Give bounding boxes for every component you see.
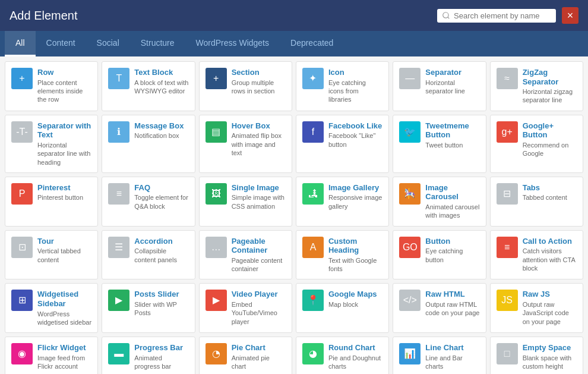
- row-desc: Place content elements inside the row: [37, 78, 91, 104]
- section-icon: +: [206, 68, 227, 89]
- pinterest-desc: Pinterest button: [37, 193, 91, 202]
- round-chart-icon: ◕: [302, 343, 324, 364]
- image-gallery-name: Image Gallery: [328, 183, 382, 193]
- element-card-tabs[interactable]: ⊟TabsTabbed content: [490, 177, 583, 227]
- element-card-widgetised-sidebar[interactable]: ⊞Widgetised SidebarWordPress widgetised …: [5, 283, 98, 333]
- button-name: Button: [425, 237, 479, 246]
- pageable-container-desc: Pageable content container: [232, 256, 286, 274]
- google-plus-button-name: Google+ Button: [523, 121, 577, 140]
- element-card-pie-chart[interactable]: ◔Pie ChartAnimated pie chart: [199, 337, 292, 374]
- video-player-icon: ▶: [206, 290, 227, 311]
- tweetmeme-button-icon: 🐦: [399, 121, 421, 143]
- element-card-message-box[interactable]: ℹMessage BoxNotification box: [102, 115, 195, 173]
- element-card-pageable-container[interactable]: …Pageable ContainerPageable content cont…: [199, 230, 292, 280]
- tab-social[interactable]: Social: [86, 31, 130, 56]
- element-card-line-chart[interactable]: 📊Line ChartLine and Bar charts: [393, 337, 486, 374]
- element-card-text-block[interactable]: TText BlockA block of text with WYSIWYG …: [102, 61, 195, 111]
- element-card-tweetmeme-button[interactable]: 🐦Tweetmeme ButtonTweet button: [393, 115, 486, 173]
- element-card-separator[interactable]: —SeparatorHorizontal separator line: [393, 61, 486, 111]
- separator-desc: Horizontal separator line: [425, 78, 479, 96]
- close-button[interactable]: ×: [562, 7, 578, 24]
- raw-html-icon: </>: [399, 290, 421, 311]
- hover-box-icon: ▤: [206, 121, 227, 143]
- element-card-video-player[interactable]: ▶Video PlayerEmbed YouTube/Vimeo player: [199, 283, 292, 333]
- raw-js-name: Raw JS: [523, 290, 577, 299]
- single-image-name: Single Image: [232, 183, 286, 193]
- element-card-row[interactable]: +RowPlace content elements inside the ro…: [5, 61, 98, 111]
- tab-structure[interactable]: Structure: [130, 31, 185, 56]
- image-gallery-icon: 🏞: [302, 183, 324, 205]
- facebook-like-name: Facebook Like: [328, 121, 382, 131]
- tabs-desc: Tabbed content: [523, 193, 577, 202]
- round-chart-desc: Pie and Doughnut charts: [328, 354, 382, 371]
- pageable-container-icon: …: [206, 237, 227, 258]
- custom-heading-icon: A: [302, 237, 324, 258]
- element-card-tour[interactable]: ⊡TourVertical tabbed content: [5, 230, 98, 280]
- element-card-section[interactable]: +SectionGroup multiple rows in section: [199, 61, 292, 111]
- posts-slider-desc: Slider with WP Posts: [134, 300, 188, 318]
- element-card-button[interactable]: GOButtonEye catching button: [393, 230, 486, 280]
- element-card-faq[interactable]: ≡FAQToggle element for Q&A block: [102, 177, 195, 227]
- flickr-widget-icon: ◉: [11, 343, 33, 364]
- accordion-desc: Collapsible content panels: [134, 247, 188, 264]
- single-image-icon: 🖼: [206, 183, 227, 205]
- tab-wp-widgets[interactable]: WordPress Widgets: [185, 31, 280, 56]
- tab-deprecated[interactable]: Deprecated: [280, 31, 344, 56]
- button-icon: GO: [399, 237, 421, 258]
- single-image-desc: Simple image with CSS animation: [232, 193, 286, 210]
- element-card-round-chart[interactable]: ◕Round ChartPie and Doughnut charts: [296, 337, 389, 374]
- element-card-accordion[interactable]: ☰AccordionCollapsible content panels: [102, 230, 195, 280]
- separator-name: Separator: [425, 68, 479, 77]
- google-maps-desc: Map block: [328, 300, 382, 309]
- element-card-google-maps[interactable]: 📍Google MapsMap block: [296, 283, 389, 333]
- image-carousel-name: Image Carousel: [425, 183, 479, 202]
- tweetmeme-button-desc: Tweet button: [425, 141, 479, 149]
- widgetised-sidebar-desc: WordPress widgetised sidebar: [37, 310, 91, 327]
- custom-heading-name: Custom Heading: [328, 237, 382, 255]
- line-chart-desc: Line and Bar charts: [425, 354, 479, 371]
- custom-heading-desc: Text with Google fonts: [328, 256, 382, 274]
- faq-desc: Toggle element for Q&A block: [134, 193, 188, 210]
- element-card-flickr-widget[interactable]: ◉Flickr WidgetImage feed from Flickr acc…: [5, 337, 98, 374]
- call-to-action-name: Call to Action: [523, 237, 577, 246]
- tab-content[interactable]: Content: [36, 31, 86, 56]
- element-card-single-image[interactable]: 🖼Single ImageSimple image with CSS anima…: [199, 177, 292, 227]
- element-card-hover-box[interactable]: ▤Hover BoxAnimated flip box with image a…: [199, 115, 292, 173]
- element-card-call-to-action[interactable]: ≡Call to ActionCatch visitors attention …: [490, 230, 583, 280]
- elements-grid: +RowPlace content elements inside the ro…: [0, 56, 588, 374]
- modal-title: Add Element: [10, 9, 78, 23]
- zigzag-separator-name: ZigZag Separator: [523, 68, 577, 86]
- search-input[interactable]: [454, 11, 549, 20]
- search-icon: [442, 11, 450, 20]
- pie-chart-desc: Animated pie chart: [232, 354, 286, 371]
- faq-name: FAQ: [134, 183, 188, 193]
- element-card-raw-js[interactable]: JSRaw JSOutput raw JavaScript code on yo…: [490, 283, 583, 333]
- element-card-progress-bar[interactable]: ▬Progress BarAnimated progress bar: [102, 337, 195, 374]
- google-plus-button-desc: Recommend on Google: [523, 141, 577, 158]
- separator-icon: —: [399, 68, 421, 89]
- element-card-pinterest[interactable]: PPinterestPinterest button: [5, 177, 98, 227]
- tabs-icon: ⊟: [497, 183, 518, 205]
- element-card-image-carousel[interactable]: 🎠Image CarouselAnimated carousel with im…: [393, 177, 486, 227]
- empty-space-name: Empty Space: [523, 343, 577, 353]
- pinterest-name: Pinterest: [37, 183, 91, 193]
- element-card-raw-html[interactable]: </>Raw HTMLOutput raw HTML code on your …: [393, 283, 486, 333]
- progress-bar-desc: Animated progress bar: [134, 354, 188, 371]
- element-card-separator-with-text[interactable]: -T-Separator with TextHorizontal separat…: [5, 115, 98, 173]
- google-maps-icon: 📍: [302, 290, 324, 311]
- tab-all[interactable]: All: [5, 31, 36, 56]
- element-card-facebook-like[interactable]: fFacebook LikeFacebook "Like" button: [296, 115, 389, 173]
- element-card-empty-space[interactable]: □Empty SpaceBlank space with custom heig…: [490, 337, 583, 374]
- raw-js-desc: Output raw JavaScript code on your page: [523, 300, 577, 326]
- element-card-custom-heading[interactable]: ACustom HeadingText with Google fonts: [296, 230, 389, 280]
- search-box[interactable]: [437, 9, 556, 23]
- element-card-icon[interactable]: ✦IconEye catching icons from libraries: [296, 61, 389, 111]
- header-right: ×: [437, 7, 578, 24]
- element-card-posts-slider[interactable]: ▶Posts SliderSlider with WP Posts: [102, 283, 195, 333]
- element-card-image-gallery[interactable]: 🏞Image GalleryResponsive image gallery: [296, 177, 389, 227]
- element-card-google-plus-button[interactable]: g+Google+ ButtonRecommend on Google: [490, 115, 583, 173]
- image-gallery-desc: Responsive image gallery: [328, 193, 382, 210]
- element-card-zigzag-separator[interactable]: ≈ZigZag SeparatorHorizontal zigzag separ…: [490, 61, 583, 111]
- empty-space-icon: □: [497, 343, 518, 364]
- flickr-widget-desc: Image feed from Flickr account: [37, 354, 91, 371]
